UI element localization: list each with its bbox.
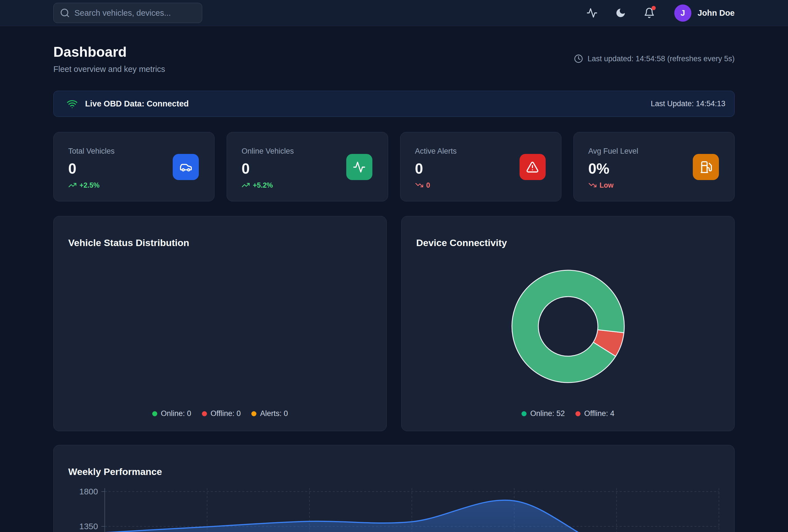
activity-status-button[interactable] [585, 6, 599, 20]
fuel-icon [700, 161, 712, 174]
notification-dot [651, 6, 656, 10]
stat-card-active-alerts: Active Alerts 0 0 [400, 132, 562, 201]
car-icon-badge [173, 154, 199, 180]
topbar: J John Doe [0, 0, 788, 26]
legend-item-online: Online: 52 [521, 409, 565, 418]
wifi-icon [66, 98, 78, 110]
alert-triangle-icon [526, 161, 539, 174]
last-updated: Last updated: 14:54:58 (refreshes every … [574, 54, 735, 63]
search-box[interactable] [53, 3, 202, 23]
trending-up-icon [68, 181, 77, 189]
obd-status-text: Live OBD Data: Connected [85, 99, 189, 109]
activity-icon-badge [346, 154, 372, 180]
legend-dot [251, 411, 256, 416]
legend-dot [202, 411, 207, 416]
notifications-button[interactable] [642, 6, 656, 20]
legend-item-alerts: Alerts: 0 [251, 409, 288, 418]
donut-wrap [509, 268, 627, 386]
page-title: Dashboard [53, 43, 165, 60]
stat-card-total-vehicles: Total Vehicles 0 +2.5% [53, 132, 215, 201]
stat-trend: +5.2% [241, 181, 372, 189]
device-connectivity-donut [509, 268, 627, 386]
legend: Online: 0 Offline: 0 Alerts: 0 [54, 409, 387, 418]
chart-title: Device Connectivity [416, 237, 720, 248]
obd-last-update: Last Update: 14:54:13 [651, 99, 725, 108]
alert-triangle-icon-badge [519, 154, 546, 180]
user-menu[interactable]: J John Doe [674, 4, 735, 22]
stat-card-avg-fuel-level: Avg Fuel Level 0% Low [573, 132, 735, 201]
theme-toggle-button[interactable] [614, 6, 628, 20]
last-updated-text: Last updated: 14:54:58 (refreshes every … [588, 55, 735, 63]
charts-row: Vehicle Status Distribution Online: 0 Of… [53, 216, 735, 431]
chart-title: Weekly Performance [68, 466, 720, 477]
legend-dot [521, 411, 527, 416]
vehicle-status-distribution-card: Vehicle Status Distribution Online: 0 Of… [53, 216, 387, 431]
live-obd-banner: Live OBD Data: Connected Last Update: 14… [53, 91, 735, 117]
search-icon [60, 8, 70, 18]
chart-title: Vehicle Status Distribution [68, 237, 372, 248]
legend: Online: 52 Offline: 4 [401, 409, 734, 418]
stat-card-online-vehicles: Online Vehicles 0 +5.2% [226, 132, 388, 201]
weekly-performance-chart: 18001350 [54, 445, 735, 532]
moon-icon [615, 7, 626, 19]
activity-icon [353, 161, 366, 174]
stat-trend: Low [588, 181, 719, 189]
page-subtitle: Fleet overview and key metrics [53, 64, 165, 74]
fuel-icon-badge [693, 154, 719, 180]
vehicle-status-plot [68, 258, 372, 397]
topbar-actions: J John Doe [585, 4, 735, 22]
legend-item-online: Online: 0 [152, 409, 191, 418]
device-connectivity-card: Device Connectivity Online: 52 Offline: … [401, 216, 735, 431]
car-icon [179, 161, 192, 174]
main-content: Dashboard Fleet overview and key metrics… [0, 26, 788, 532]
stat-trend: 0 [415, 181, 546, 189]
activity-icon [586, 7, 597, 19]
svg-text:1800: 1800 [79, 487, 98, 496]
clock-icon [574, 54, 583, 63]
weekly-performance-card: 18001350 Weekly Performance [53, 445, 735, 532]
stat-trend: +2.5% [68, 181, 199, 189]
trending-up-icon [241, 181, 250, 189]
stat-cards-row: Total Vehicles 0 +2.5% Online Vehicles 0 [53, 132, 735, 201]
page-head: Dashboard Fleet overview and key metrics… [53, 43, 735, 74]
user-name: John Doe [697, 8, 735, 18]
trending-down-icon [415, 181, 423, 189]
legend-item-offline: Offline: 4 [575, 409, 614, 418]
legend-dot [575, 411, 580, 416]
legend-item-offline: Offline: 0 [202, 409, 241, 418]
legend-dot [152, 411, 157, 416]
search-input[interactable] [74, 8, 196, 18]
svg-text:1350: 1350 [79, 521, 98, 531]
avatar: J [674, 4, 691, 22]
trending-down-icon [588, 181, 597, 189]
